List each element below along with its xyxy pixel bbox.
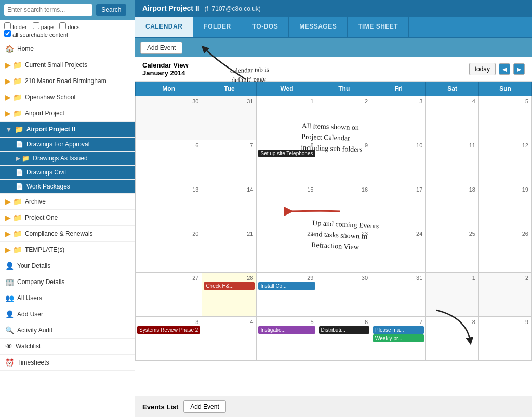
calendar-day[interactable]: 6 (136, 140, 202, 184)
next-month-button[interactable]: ▶ (513, 63, 525, 75)
sidebar-item-210-manor[interactable]: ▶ 📁 210 Manor Road Birmingham (0, 73, 135, 89)
sidebar-item-drawings-as-issued[interactable]: ▶ 📁 Drawings As Issued (0, 152, 135, 166)
calendar-day[interactable]: 18 (426, 184, 479, 228)
sidebar-item-activity-audit[interactable]: 🔍 Activity Audit (0, 322, 135, 339)
sidebar-item-drawings-for-approval[interactable]: 📄 Drawings For Approval (0, 138, 135, 152)
calendar-day[interactable]: 8 (426, 317, 479, 361)
sidebar-item-current-small-projects[interactable]: ▶ 📁 Current Small Projects (0, 57, 135, 73)
sidebar-item-home[interactable]: 🏠 Home (0, 41, 135, 57)
calendar-day[interactable]: 23 (317, 228, 371, 273)
day-number: 1 (258, 98, 315, 105)
sidebar-item-airport-project[interactable]: ▶ 📁 Airport Project (0, 105, 135, 122)
calendar-day[interactable]: 31 (202, 96, 257, 140)
tab-todos[interactable]: TO-DOS (242, 17, 289, 37)
calendar-day[interactable]: 9 (317, 140, 371, 184)
calendar-day[interactable]: 2 (478, 273, 531, 317)
sidebar-item-airport-project-ii[interactable]: ▼ 📁 Airport Project II (0, 122, 135, 138)
docs-checkbox[interactable] (59, 22, 66, 29)
calendar-day[interactable]: 25 (426, 228, 479, 273)
sidebar-item-templates[interactable]: ▶ 📁 TEMPLATE(s) (0, 242, 135, 258)
add-event-button[interactable]: Add Event (140, 42, 182, 54)
calendar-day[interactable]: 1 (257, 96, 317, 140)
sidebar-item-add-user[interactable]: 👤 Add User (0, 306, 135, 322)
sidebar-item-all-users[interactable]: 👥 All Users (0, 290, 135, 306)
calendar-day[interactable]: 3 Systems Review Phase 2 (136, 317, 202, 361)
sidebar-item-label: Airport Project II (26, 126, 75, 133)
calendar-day[interactable]: 13 (136, 184, 202, 228)
calendar-day[interactable]: 6 Distributi... (317, 317, 371, 361)
page-checkbox-label[interactable]: page (33, 24, 54, 30)
prev-month-button[interactable]: ◀ (499, 63, 510, 75)
calendar-event[interactable]: Distributi... (319, 326, 370, 334)
calendar-day[interactable]: 4 (426, 96, 479, 140)
folder-checkbox[interactable] (4, 22, 11, 29)
calendar-event[interactable]: Install Co... (258, 282, 315, 290)
tab-folder[interactable]: FOLDER (193, 17, 242, 37)
calendar-day[interactable]: 8 Set up site Telephones (257, 140, 317, 184)
doc-icon: 📄 (16, 141, 23, 148)
day-number: 3 (137, 318, 200, 326)
tab-timesheet[interactable]: TIME SHEET (348, 17, 409, 37)
docs-checkbox-label[interactable]: docs (59, 24, 79, 30)
today-button[interactable]: today (469, 63, 496, 75)
calendar-day[interactable]: 30 (136, 96, 202, 140)
calendar-event-systems-review[interactable]: Systems Review Phase 2 (137, 326, 200, 334)
calendar-day[interactable]: 21 (202, 228, 257, 273)
calendar-day[interactable]: 31 (371, 273, 426, 317)
sidebar-item-your-details[interactable]: 👤 Your Details (0, 258, 135, 274)
folder-checkbox-label[interactable]: folder (4, 24, 27, 30)
sidebar-item-compliance[interactable]: ▶ 📁 Compliance & Renewals (0, 226, 135, 242)
calendar-day[interactable]: 11 (426, 140, 479, 184)
calendar-day[interactable]: 16 (317, 184, 371, 228)
sidebar-item-company-details[interactable]: 🏢 Company Details (0, 274, 135, 290)
events-add-event-button[interactable]: Add Event (183, 400, 225, 413)
calendar-day[interactable]: 10 (371, 140, 426, 184)
calendar-day[interactable]: 27 (136, 273, 202, 317)
all-content-checkbox[interactable] (4, 30, 11, 37)
calendar-day[interactable]: 24 (371, 228, 426, 273)
day-number: 12 (481, 142, 530, 149)
calendar-event[interactable]: Check H&... (204, 282, 255, 290)
calendar-day[interactable]: 7 Please ma... Weekly pr... (371, 317, 426, 361)
sidebar-item-openshaw[interactable]: ▶ 📁 Openshaw School (0, 89, 135, 105)
calendar-day[interactable]: 14 (202, 184, 257, 228)
calendar-event[interactable]: Set up site Telephones (258, 150, 315, 157)
calendar-day[interactable]: 17 (371, 184, 426, 228)
sidebar-item-project-one[interactable]: ▶ 📁 Project One (0, 210, 135, 226)
calendar-day[interactable]: 22 (257, 228, 317, 273)
calendar-day[interactable]: 20 (136, 228, 202, 273)
calendar-event[interactable]: Please ma... (373, 326, 424, 334)
calendar-day[interactable]: 7 (202, 140, 257, 184)
calendar-event[interactable]: Weekly pr... (373, 334, 424, 342)
calendar-day[interactable]: 9 (478, 317, 531, 361)
calendar-day[interactable]: 30 (317, 273, 371, 317)
sidebar-item-drawings-civil[interactable]: 📄 Drawings Civil (0, 166, 135, 180)
calendar-day[interactable]: 29 Install Co... (257, 273, 317, 317)
sidebar-item-work-packages[interactable]: 📄 Work Packages (0, 180, 135, 194)
day-header-sun: Sun (478, 82, 531, 96)
sidebar-item-archive[interactable]: ▶ 📁 Archive (0, 194, 135, 210)
annotation-arrow1 (199, 43, 261, 85)
sidebar-item-label: Openshaw School (25, 93, 75, 101)
calendar-day[interactable]: 26 (478, 228, 531, 273)
sidebar-item-timesheets[interactable]: ⏰ Timesheets (0, 355, 135, 371)
calendar-day[interactable]: 1 (426, 273, 479, 317)
calendar-day[interactable]: 28 Check H&... (202, 273, 257, 317)
page-checkbox[interactable] (33, 22, 39, 29)
day-number: 31 (373, 274, 424, 281)
calendar-day[interactable]: 15 (257, 184, 317, 228)
calendar-day[interactable]: 5 Instigatio... (257, 317, 317, 361)
calendar-day[interactable]: 19 (478, 184, 531, 228)
calendar-day[interactable]: 5 (478, 96, 531, 140)
all-content-checkbox-label[interactable]: all searchable content (4, 32, 68, 38)
search-input[interactable] (4, 4, 92, 16)
calendar-day[interactable]: 12 (478, 140, 531, 184)
tab-calendar[interactable]: CALENDAR (135, 17, 193, 37)
sidebar-item-watchlist[interactable]: 👁 Watchlist (0, 339, 135, 355)
calendar-day[interactable]: 2 (317, 96, 371, 140)
calendar-event[interactable]: Instigatio... (258, 326, 315, 334)
calendar-day[interactable]: 4 (202, 317, 257, 361)
calendar-day[interactable]: 3 (371, 96, 426, 140)
tab-messages[interactable]: MESSAGES (289, 17, 348, 37)
search-button[interactable]: Search (96, 4, 126, 16)
